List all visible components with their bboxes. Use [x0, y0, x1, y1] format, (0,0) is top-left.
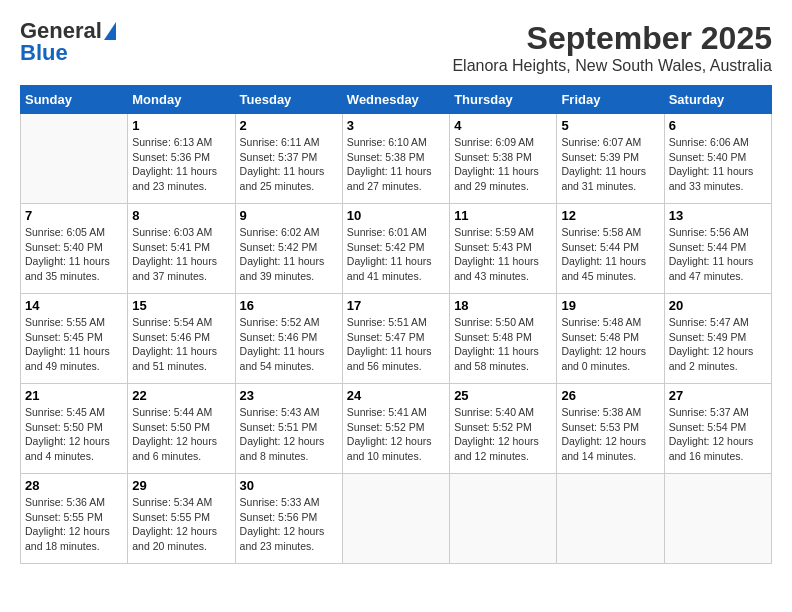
- day-number: 16: [240, 298, 338, 313]
- day-number: 13: [669, 208, 767, 223]
- day-info: Sunrise: 5:43 AM Sunset: 5:51 PM Dayligh…: [240, 405, 338, 464]
- day-number: 9: [240, 208, 338, 223]
- calendar-week-3: 14Sunrise: 5:55 AM Sunset: 5:45 PM Dayli…: [21, 294, 772, 384]
- calendar-cell: 5Sunrise: 6:07 AM Sunset: 5:39 PM Daylig…: [557, 114, 664, 204]
- day-number: 5: [561, 118, 659, 133]
- day-number: 1: [132, 118, 230, 133]
- month-title: September 2025: [452, 20, 772, 57]
- calendar-cell: 29Sunrise: 5:34 AM Sunset: 5:55 PM Dayli…: [128, 474, 235, 564]
- day-number: 11: [454, 208, 552, 223]
- day-number: 12: [561, 208, 659, 223]
- day-info: Sunrise: 5:41 AM Sunset: 5:52 PM Dayligh…: [347, 405, 445, 464]
- calendar-cell: 7Sunrise: 6:05 AM Sunset: 5:40 PM Daylig…: [21, 204, 128, 294]
- calendar-cell: 30Sunrise: 5:33 AM Sunset: 5:56 PM Dayli…: [235, 474, 342, 564]
- day-info: Sunrise: 5:59 AM Sunset: 5:43 PM Dayligh…: [454, 225, 552, 284]
- day-number: 25: [454, 388, 552, 403]
- calendar-table: SundayMondayTuesdayWednesdayThursdayFrid…: [20, 85, 772, 564]
- day-info: Sunrise: 5:56 AM Sunset: 5:44 PM Dayligh…: [669, 225, 767, 284]
- day-info: Sunrise: 6:13 AM Sunset: 5:36 PM Dayligh…: [132, 135, 230, 194]
- day-number: 14: [25, 298, 123, 313]
- day-header-thursday: Thursday: [450, 86, 557, 114]
- calendar-cell: 18Sunrise: 5:50 AM Sunset: 5:48 PM Dayli…: [450, 294, 557, 384]
- day-info: Sunrise: 5:50 AM Sunset: 5:48 PM Dayligh…: [454, 315, 552, 374]
- calendar-cell: 8Sunrise: 6:03 AM Sunset: 5:41 PM Daylig…: [128, 204, 235, 294]
- day-number: 26: [561, 388, 659, 403]
- calendar-cell: 23Sunrise: 5:43 AM Sunset: 5:51 PM Dayli…: [235, 384, 342, 474]
- calendar-cell: 27Sunrise: 5:37 AM Sunset: 5:54 PM Dayli…: [664, 384, 771, 474]
- day-number: 22: [132, 388, 230, 403]
- day-info: Sunrise: 5:54 AM Sunset: 5:46 PM Dayligh…: [132, 315, 230, 374]
- day-info: Sunrise: 6:07 AM Sunset: 5:39 PM Dayligh…: [561, 135, 659, 194]
- calendar-week-5: 28Sunrise: 5:36 AM Sunset: 5:55 PM Dayli…: [21, 474, 772, 564]
- calendar-cell: 13Sunrise: 5:56 AM Sunset: 5:44 PM Dayli…: [664, 204, 771, 294]
- day-number: 2: [240, 118, 338, 133]
- day-info: Sunrise: 5:44 AM Sunset: 5:50 PM Dayligh…: [132, 405, 230, 464]
- calendar-cell: [21, 114, 128, 204]
- day-info: Sunrise: 5:36 AM Sunset: 5:55 PM Dayligh…: [25, 495, 123, 554]
- title-block: September 2025 Elanora Heights, New Sout…: [452, 20, 772, 75]
- calendar-week-2: 7Sunrise: 6:05 AM Sunset: 5:40 PM Daylig…: [21, 204, 772, 294]
- calendar-week-1: 1Sunrise: 6:13 AM Sunset: 5:36 PM Daylig…: [21, 114, 772, 204]
- day-info: Sunrise: 6:11 AM Sunset: 5:37 PM Dayligh…: [240, 135, 338, 194]
- calendar-cell: [664, 474, 771, 564]
- day-number: 15: [132, 298, 230, 313]
- day-header-tuesday: Tuesday: [235, 86, 342, 114]
- day-info: Sunrise: 5:40 AM Sunset: 5:52 PM Dayligh…: [454, 405, 552, 464]
- day-number: 21: [25, 388, 123, 403]
- calendar-cell: 16Sunrise: 5:52 AM Sunset: 5:46 PM Dayli…: [235, 294, 342, 384]
- day-number: 8: [132, 208, 230, 223]
- day-header-saturday: Saturday: [664, 86, 771, 114]
- day-info: Sunrise: 6:10 AM Sunset: 5:38 PM Dayligh…: [347, 135, 445, 194]
- calendar-cell: [450, 474, 557, 564]
- day-info: Sunrise: 5:33 AM Sunset: 5:56 PM Dayligh…: [240, 495, 338, 554]
- day-number: 28: [25, 478, 123, 493]
- day-info: Sunrise: 6:05 AM Sunset: 5:40 PM Dayligh…: [25, 225, 123, 284]
- calendar-cell: 22Sunrise: 5:44 AM Sunset: 5:50 PM Dayli…: [128, 384, 235, 474]
- calendar-cell: 2Sunrise: 6:11 AM Sunset: 5:37 PM Daylig…: [235, 114, 342, 204]
- day-number: 7: [25, 208, 123, 223]
- day-info: Sunrise: 5:55 AM Sunset: 5:45 PM Dayligh…: [25, 315, 123, 374]
- calendar-week-4: 21Sunrise: 5:45 AM Sunset: 5:50 PM Dayli…: [21, 384, 772, 474]
- day-info: Sunrise: 5:38 AM Sunset: 5:53 PM Dayligh…: [561, 405, 659, 464]
- calendar-cell: 12Sunrise: 5:58 AM Sunset: 5:44 PM Dayli…: [557, 204, 664, 294]
- day-info: Sunrise: 5:37 AM Sunset: 5:54 PM Dayligh…: [669, 405, 767, 464]
- logo-general: General: [20, 20, 102, 42]
- calendar-cell: 20Sunrise: 5:47 AM Sunset: 5:49 PM Dayli…: [664, 294, 771, 384]
- day-number: 4: [454, 118, 552, 133]
- day-info: Sunrise: 6:01 AM Sunset: 5:42 PM Dayligh…: [347, 225, 445, 284]
- calendar-cell: 24Sunrise: 5:41 AM Sunset: 5:52 PM Dayli…: [342, 384, 449, 474]
- calendar-cell: 3Sunrise: 6:10 AM Sunset: 5:38 PM Daylig…: [342, 114, 449, 204]
- day-info: Sunrise: 6:06 AM Sunset: 5:40 PM Dayligh…: [669, 135, 767, 194]
- page-header: General Blue September 2025 Elanora Heig…: [20, 20, 772, 75]
- day-info: Sunrise: 6:03 AM Sunset: 5:41 PM Dayligh…: [132, 225, 230, 284]
- calendar-cell: 25Sunrise: 5:40 AM Sunset: 5:52 PM Dayli…: [450, 384, 557, 474]
- day-header-friday: Friday: [557, 86, 664, 114]
- day-info: Sunrise: 5:45 AM Sunset: 5:50 PM Dayligh…: [25, 405, 123, 464]
- day-number: 29: [132, 478, 230, 493]
- calendar-cell: 21Sunrise: 5:45 AM Sunset: 5:50 PM Dayli…: [21, 384, 128, 474]
- day-number: 18: [454, 298, 552, 313]
- day-info: Sunrise: 6:09 AM Sunset: 5:38 PM Dayligh…: [454, 135, 552, 194]
- day-number: 24: [347, 388, 445, 403]
- calendar-cell: [557, 474, 664, 564]
- calendar-cell: 15Sunrise: 5:54 AM Sunset: 5:46 PM Dayli…: [128, 294, 235, 384]
- logo-blue: Blue: [20, 42, 68, 64]
- calendar-cell: 17Sunrise: 5:51 AM Sunset: 5:47 PM Dayli…: [342, 294, 449, 384]
- day-number: 30: [240, 478, 338, 493]
- day-number: 27: [669, 388, 767, 403]
- day-info: Sunrise: 5:47 AM Sunset: 5:49 PM Dayligh…: [669, 315, 767, 374]
- day-info: Sunrise: 5:51 AM Sunset: 5:47 PM Dayligh…: [347, 315, 445, 374]
- day-header-sunday: Sunday: [21, 86, 128, 114]
- day-number: 23: [240, 388, 338, 403]
- day-info: Sunrise: 6:02 AM Sunset: 5:42 PM Dayligh…: [240, 225, 338, 284]
- calendar-cell: 6Sunrise: 6:06 AM Sunset: 5:40 PM Daylig…: [664, 114, 771, 204]
- day-number: 20: [669, 298, 767, 313]
- calendar-header-row: SundayMondayTuesdayWednesdayThursdayFrid…: [21, 86, 772, 114]
- logo: General Blue: [20, 20, 116, 64]
- day-number: 3: [347, 118, 445, 133]
- day-info: Sunrise: 5:34 AM Sunset: 5:55 PM Dayligh…: [132, 495, 230, 554]
- logo-icon: [104, 22, 116, 40]
- calendar-cell: 19Sunrise: 5:48 AM Sunset: 5:48 PM Dayli…: [557, 294, 664, 384]
- calendar-cell: 11Sunrise: 5:59 AM Sunset: 5:43 PM Dayli…: [450, 204, 557, 294]
- calendar-cell: [342, 474, 449, 564]
